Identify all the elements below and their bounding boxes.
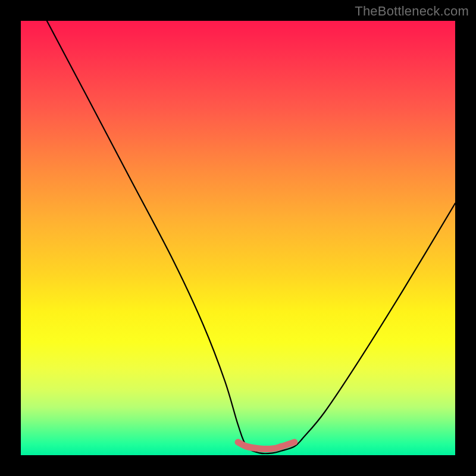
chart-frame: TheBottleneck.com <box>0 0 476 476</box>
plot-area <box>21 21 455 455</box>
watermark-text: TheBottleneck.com <box>355 4 469 19</box>
bottleneck-curve <box>47 21 455 453</box>
optimal-band <box>238 442 295 449</box>
curve-svg <box>21 21 455 455</box>
